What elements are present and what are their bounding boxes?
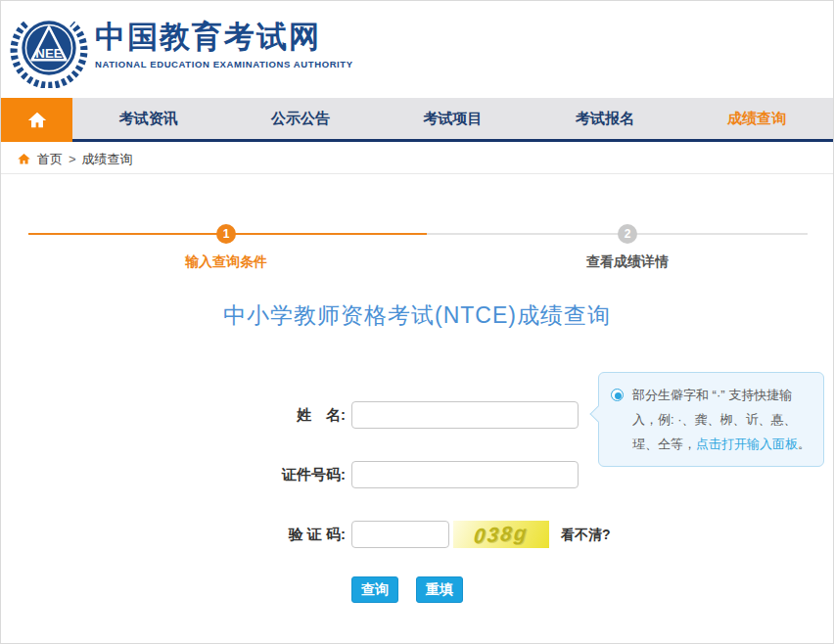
captcha-image-text: 038g	[473, 521, 529, 548]
breadcrumb-separator: >	[69, 152, 76, 166]
nav-item-exam-news[interactable]: 考试资讯	[72, 98, 224, 139]
open-input-panel-link[interactable]: 点击打开输入面板	[696, 437, 798, 451]
name-input[interactable]	[351, 401, 579, 429]
step2-label: 查看成绩详情	[530, 253, 725, 271]
home-button[interactable]	[1, 98, 72, 142]
svg-text:NEE: NEE	[35, 46, 62, 61]
breadcrumb-home-icon	[17, 152, 31, 166]
breadcrumb: 首页 > 成绩查询	[1, 145, 833, 174]
tooltip-text-end: 。	[798, 437, 811, 451]
page: NEE 中国教育考试网 NATIONAL EDUCATION EXAMINATI…	[0, 0, 834, 644]
name-label: 姓 名:	[236, 401, 346, 429]
step1-circle: 1	[216, 224, 236, 244]
site-subtitle: NATIONAL EDUCATION EXAMINATIONS AUTHORIT…	[95, 59, 353, 69]
brand-block: 中国教育考试网 NATIONAL EDUCATION EXAMINATIONS …	[95, 21, 353, 69]
radio-bullet-icon	[611, 389, 624, 401]
captcha-input[interactable]	[351, 521, 449, 548]
query-button[interactable]: 查询	[351, 576, 398, 603]
nav-item-exam-registration[interactable]: 考试报名	[529, 98, 680, 139]
breadcrumb-home-link[interactable]: 首页	[37, 151, 63, 168]
site-title: 中国教育考试网	[95, 21, 353, 54]
tooltip-arrow	[590, 406, 607, 423]
step1-label: 输入查询条件	[128, 253, 324, 271]
main-content: 1 2 输入查询条件 查看成绩详情 中小学教师资格考试(NTCE)成绩查询 姓 …	[1, 175, 833, 644]
neea-logo-icon: NEE	[9, 8, 89, 88]
site-header: NEE 中国教育考试网 NATIONAL EDUCATION EXAMINATI…	[1, 1, 833, 98]
step2-circle: 2	[618, 224, 637, 244]
main-nav: 考试资讯 公示公告 考试项目 考试报名 成绩查询	[1, 98, 833, 142]
captcha-refresh-link[interactable]: 看不清?	[561, 521, 611, 548]
id-number-input[interactable]	[351, 461, 579, 488]
id-number-label: 证件号码:	[236, 461, 346, 488]
nav-item-score-query[interactable]: 成绩查询	[681, 98, 833, 139]
page-title: 中小学教师资格考试(NTCE)成绩查询	[1, 300, 833, 331]
reset-button[interactable]: 重填	[416, 576, 463, 603]
captcha-image[interactable]: 038g	[453, 521, 549, 548]
rare-character-tooltip: 部分生僻字和 “·” 支持快捷输入，例: ·、龚、栁、䜣、惪、瑆、仝等，点击打开…	[598, 372, 824, 467]
nav-item-exam-projects[interactable]: 考试项目	[377, 98, 529, 139]
breadcrumb-current: 成绩查询	[82, 151, 133, 168]
captcha-label: 验 证 码:	[236, 521, 346, 548]
nav-item-public-notice[interactable]: 公示公告	[224, 98, 376, 139]
home-icon	[26, 110, 48, 131]
nav-items: 考试资讯 公示公告 考试项目 考试报名 成绩查询	[72, 98, 833, 139]
